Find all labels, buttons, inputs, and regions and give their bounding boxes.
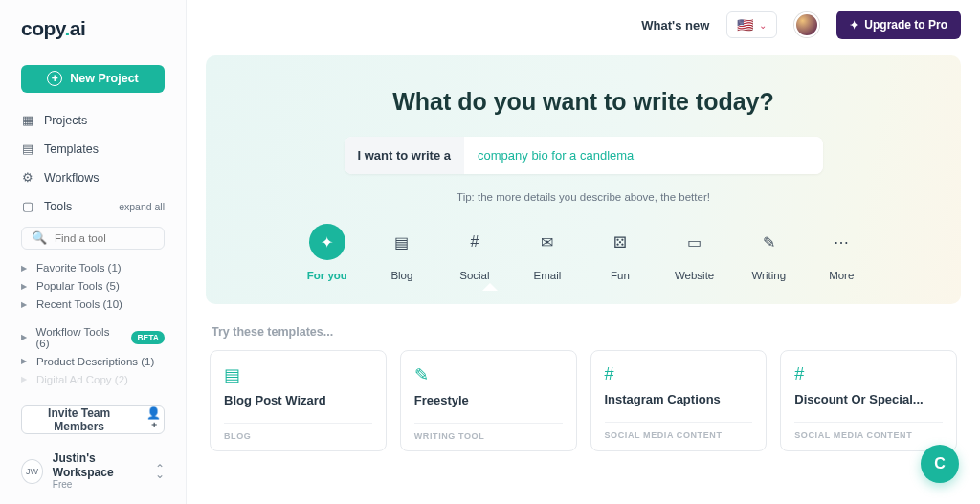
logo[interactable]: copy.ai (0, 17, 186, 54)
person-add-icon: 👤⁺ (144, 406, 164, 433)
nav-tools[interactable]: ▢Tools expand all (0, 192, 186, 221)
category-email[interactable]: ✉Email (529, 224, 566, 281)
category-label: Blog (390, 270, 412, 281)
new-project-label: New Project (70, 72, 139, 85)
nav-projects[interactable]: ▦Projects (0, 106, 186, 135)
file-icon: ✎ (414, 364, 563, 385)
template-card[interactable]: #Instagram CaptionsSocial Media Content (590, 350, 768, 451)
flag-icon: 🇺🇸 (737, 17, 753, 33)
nav-label: Projects (44, 114, 87, 127)
hero: What do you want to write today? I want … (206, 55, 961, 304)
tree-favorite[interactable]: ▶Favorite Tools (1) (0, 259, 186, 277)
nav-label: Templates (44, 142, 99, 156)
folder-icon: ▭ (677, 224, 713, 260)
chevron-down-icon: ⌄ (759, 20, 767, 31)
nav-label: Tools (44, 200, 72, 213)
updown-icon: ⌃⌄ (155, 466, 165, 477)
main: What's new 🇺🇸 ⌄ ✦ Upgrade to Pro What do… (187, 0, 980, 504)
grid-icon: ▦ (21, 114, 34, 127)
template-name: Instagram Captions (605, 392, 753, 406)
blog-icon: ▤ (384, 224, 420, 260)
category-label: For you (307, 270, 347, 281)
tree-label: Workflow Tools (6) (35, 326, 120, 349)
tree-digital-ad[interactable]: ▶Digital Ad Copy (2) (0, 370, 186, 388)
sparkle-icon: ✦ (850, 19, 858, 32)
tree-workflow-tools[interactable]: ▶Workflow Tools (6)BETA (0, 322, 186, 352)
category-website[interactable]: ▭Website (675, 224, 714, 281)
template-name: Discount Or Special... (794, 392, 943, 406)
tree-label: Recent Tools (10) (36, 298, 122, 310)
workflow-icon: ⚙ (21, 171, 34, 185)
prompt-input[interactable] (464, 137, 822, 174)
caret-icon: ▶ (21, 300, 29, 309)
logo-post: ai (70, 17, 86, 39)
topbar: What's new 🇺🇸 ⌄ ✦ Upgrade to Pro (187, 0, 980, 50)
template-name: Blog Post Wizard (224, 393, 372, 407)
workspace-plan: Free (53, 479, 145, 491)
chat-fab[interactable]: C (921, 445, 959, 483)
category-label: More (829, 270, 854, 281)
tree-product-desc[interactable]: ▶Product Descriptions (1) (0, 352, 186, 370)
new-project-button[interactable]: + New Project (21, 65, 165, 93)
workspace-avatar: JW (21, 459, 43, 484)
user-avatar[interactable] (794, 12, 819, 37)
template-category: Writing Tool (414, 423, 563, 441)
templates-heading: Try these templates... (212, 325, 957, 339)
search-icon: 🔍 (32, 230, 47, 245)
prompt-bar: I want to write a (345, 137, 823, 174)
whats-new-link[interactable]: What's new (641, 18, 709, 33)
category-label: Email (534, 270, 562, 281)
caret-icon: ▶ (21, 333, 28, 341)
tree-popular[interactable]: ▶Popular Tools (5) (0, 277, 186, 296)
category-writing[interactable]: ✎Writing (750, 224, 787, 281)
template-name: Freestyle (414, 393, 563, 407)
file-icon: ✎ (750, 224, 787, 260)
nav-templates[interactable]: ▤Templates (0, 135, 186, 164)
tool-search-input[interactable] (55, 232, 154, 244)
caret-icon: ▶ (21, 282, 29, 291)
template-card[interactable]: ✎FreestyleWriting Tool (400, 350, 577, 451)
category-fun[interactable]: ⚄Fun (602, 224, 638, 281)
template-card[interactable]: #Discount Or Special...Social Media Cont… (780, 350, 957, 451)
hash-icon: # (794, 364, 943, 384)
upgrade-button[interactable]: ✦ Upgrade to Pro (836, 11, 961, 39)
hash-icon: # (605, 364, 753, 384)
logo-pre: copy (21, 17, 64, 39)
nav-workflows[interactable]: ⚙Workflows (0, 164, 186, 192)
invite-button[interactable]: Invite Team Members 👤⁺ (21, 405, 165, 434)
prompt-tip: Tip: the more details you describe above… (457, 191, 710, 203)
expand-all-link[interactable]: expand all (119, 201, 165, 212)
tree-label: Favorite Tools (1) (36, 262, 122, 274)
template-category: Social Media Content (605, 422, 753, 440)
category-label: Social (459, 270, 489, 281)
templates-row: ▤Blog Post WizardBlog✎FreestyleWriting T… (210, 350, 957, 451)
templates-section: Try these templates... ▤Blog Post Wizard… (187, 304, 980, 463)
tree-label: Popular Tools (5) (36, 280, 120, 292)
hero-title: What do you want to write today? (392, 88, 774, 116)
category-more[interactable]: ⋯More (823, 224, 859, 281)
category-row: ✦For you▤Blog#Social✉Email⚄Fun▭Website✎W… (307, 224, 860, 281)
hash-icon: # (457, 224, 493, 260)
mail-icon: ✉ (529, 224, 566, 260)
language-picker[interactable]: 🇺🇸 ⌄ (726, 11, 777, 38)
nav-label: Workflows (44, 171, 99, 185)
category-label: Fun (611, 270, 630, 281)
dice-icon: ⚄ (602, 224, 638, 260)
category-social[interactable]: #Social (457, 224, 493, 281)
caret-icon: ▶ (21, 375, 29, 383)
template-card[interactable]: ▤Blog Post WizardBlog (210, 350, 387, 451)
category-for-you[interactable]: ✦For you (307, 224, 347, 281)
template-category: Social Media Content (794, 422, 943, 440)
tools-icon: ▢ (21, 200, 34, 213)
tree-label: Product Descriptions (1) (36, 356, 154, 367)
active-pointer (482, 283, 498, 291)
prompt-prefix: I want to write a (345, 137, 465, 174)
caret-icon: ▶ (21, 264, 29, 273)
tree-recent[interactable]: ▶Recent Tools (10) (0, 296, 186, 314)
beta-badge: BETA (131, 331, 165, 344)
tool-search[interactable]: 🔍 (21, 227, 165, 250)
workspace-name: Justin's Workspace (53, 451, 145, 479)
category-blog[interactable]: ▤Blog (384, 224, 420, 281)
workspace-switcher[interactable]: JW Justin's Workspace Free ⌃⌄ (0, 446, 186, 496)
category-label: Writing (751, 270, 786, 281)
